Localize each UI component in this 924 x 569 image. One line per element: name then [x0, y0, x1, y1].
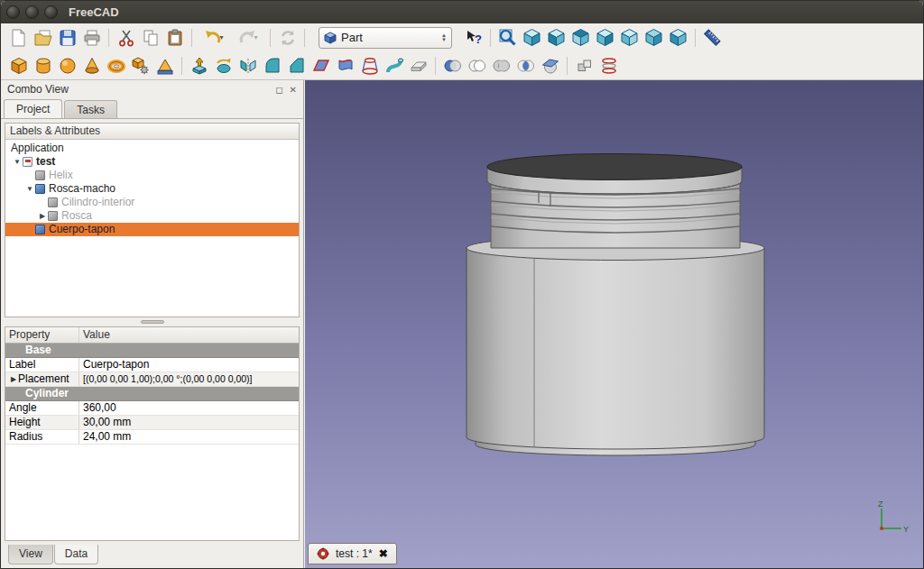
property-header-row: Property Value — [5, 327, 299, 344]
property-row-angle[interactable]: Angle 360,00 — [5, 401, 299, 416]
fit-all-icon — [498, 28, 517, 47]
expander-icon[interactable]: ▼ — [25, 182, 34, 196]
extrude-button[interactable] — [187, 54, 211, 78]
expander-icon[interactable]: ▼ — [13, 155, 22, 169]
tree-item-rosca[interactable]: ▶ Rosca — [5, 209, 299, 223]
torus-button[interactable] — [104, 54, 128, 78]
redo-dropdown-arrow[interactable]: ▾ — [254, 33, 257, 41]
compound-button[interactable] — [572, 54, 596, 78]
left-view-button[interactable] — [666, 26, 690, 50]
document-tab[interactable]: test : 1* ✖ — [308, 543, 397, 564]
copy-button[interactable] — [138, 26, 162, 50]
cylinder-shape-icon — [48, 197, 58, 207]
fit-all-button[interactable] — [495, 26, 520, 50]
3d-model-cuerpo-tapon[interactable] — [305, 80, 923, 568]
tab-tasks[interactable]: Tasks — [64, 100, 117, 118]
undo-button[interactable]: ▾ — [197, 26, 231, 50]
property-group-cylinder[interactable]: Cylinder — [5, 387, 299, 401]
top-view-button[interactable] — [568, 26, 593, 50]
open-document-button[interactable] — [31, 26, 55, 50]
helix-icon — [35, 170, 45, 180]
undo-dropdown-arrow[interactable]: ▾ — [219, 33, 223, 41]
close-panel-icon[interactable]: ✕ — [290, 85, 297, 95]
splitter-grip[interactable] — [141, 320, 164, 324]
new-document-button[interactable] — [6, 26, 31, 50]
workbench-spinner[interactable]: ▲▼ — [441, 33, 447, 42]
tree-item-test[interactable]: ▼ test — [5, 155, 299, 169]
property-group-base[interactable]: Base — [5, 344, 299, 358]
measure-distance-icon — [703, 28, 722, 47]
axis-indicator: Z Y — [869, 500, 910, 539]
panel-splitter[interactable] — [5, 317, 300, 326]
fillet-button[interactable] — [260, 54, 284, 78]
axis-y-label: Y — [903, 525, 909, 534]
expander-icon[interactable]: ▶ — [9, 372, 18, 386]
boolean-button[interactable] — [440, 54, 465, 78]
workbench-selector[interactable]: Part ▲▼ — [319, 27, 452, 49]
mirror-button[interactable] — [236, 54, 260, 78]
intersection-button[interactable] — [513, 54, 538, 78]
expander-icon[interactable]: ▶ — [38, 209, 47, 223]
bottom-view-button[interactable] — [642, 26, 666, 50]
revolve-button[interactable] — [211, 54, 236, 78]
close-button[interactable] — [6, 5, 20, 19]
shape-builder-icon — [156, 57, 174, 75]
make-face-button[interactable] — [309, 54, 333, 78]
save-icon — [59, 29, 77, 47]
model-tree: Application ▼ test Helix ▼ Rosca-ma — [5, 140, 299, 317]
axis-z-label: Z — [878, 500, 883, 509]
cylinder-button[interactable] — [31, 54, 55, 78]
sweep-button[interactable] — [382, 54, 406, 78]
axonometric-view-button[interactable] — [520, 26, 544, 50]
section-button[interactable] — [538, 54, 562, 78]
left-view-icon — [669, 28, 688, 47]
measure-distance-button[interactable] — [700, 26, 725, 50]
property-row-placement[interactable]: ▶Placement [(0,00 0,00 1,00);0,00 °;(0,0… — [5, 372, 299, 387]
ruled-surface-button[interactable] — [333, 54, 357, 78]
3d-viewport[interactable]: Z Y test : 1* ✖ — [305, 80, 923, 568]
rear-view-button[interactable] — [617, 26, 642, 50]
cut-button[interactable] — [114, 26, 138, 50]
right-view-button[interactable] — [593, 26, 617, 50]
cone-button[interactable] — [79, 54, 104, 78]
maximize-button[interactable] — [44, 5, 58, 19]
tab-data[interactable]: Data — [54, 545, 98, 564]
whats-this-button[interactable]: ? — [461, 26, 485, 50]
box-icon — [10, 57, 28, 75]
tree-item-application[interactable]: Application — [5, 142, 299, 155]
print-button[interactable] — [79, 26, 104, 50]
property-row-height[interactable]: Height 30,00 mm — [5, 416, 299, 430]
cut-boolean-button[interactable] — [465, 54, 489, 78]
tab-project[interactable]: Project — [4, 99, 62, 118]
refresh-button[interactable] — [275, 26, 300, 50]
cross-sections-button[interactable] — [596, 54, 621, 78]
sphere-button[interactable] — [55, 54, 79, 78]
whats-this-icon: ? — [465, 29, 483, 47]
tree-item-cilindro-interior[interactable]: Cilindro-interior — [5, 196, 299, 209]
save-button[interactable] — [55, 26, 79, 50]
create-primitives-button[interactable] — [128, 54, 152, 78]
shape-builder-button[interactable] — [152, 54, 177, 78]
tree-item-helix[interactable]: Helix — [5, 169, 299, 182]
property-row-label[interactable]: Label Cuerpo-tapon — [5, 358, 299, 372]
tree-item-rosca-macho[interactable]: ▼ Rosca-macho — [5, 182, 299, 196]
offset-button[interactable] — [406, 54, 430, 78]
value-column-header: Value — [79, 327, 299, 343]
tree-item-cuerpo-tapon[interactable]: Cuerpo-tapon — [5, 223, 299, 236]
toolbar-file: ▾ ▾ Part ▲▼ ? — [1, 23, 923, 51]
window-title: FreeCAD — [69, 5, 119, 19]
cone-icon — [83, 57, 101, 75]
front-view-button[interactable] — [544, 26, 568, 50]
chamfer-button[interactable] — [284, 54, 309, 78]
tab-view[interactable]: View — [8, 545, 53, 564]
float-panel-icon[interactable]: ◻ — [275, 85, 282, 95]
combo-view-tabs: Project Tasks — [1, 98, 303, 119]
box-button[interactable] — [6, 54, 31, 78]
paste-button[interactable] — [162, 26, 187, 50]
redo-button[interactable]: ▾ — [231, 26, 265, 50]
property-row-radius[interactable]: Radius 24,00 mm — [5, 430, 299, 445]
union-button[interactable] — [489, 54, 513, 78]
minimize-button[interactable] — [25, 5, 39, 19]
loft-button[interactable] — [357, 54, 382, 78]
document-tab-close-icon[interactable]: ✖ — [379, 547, 388, 560]
